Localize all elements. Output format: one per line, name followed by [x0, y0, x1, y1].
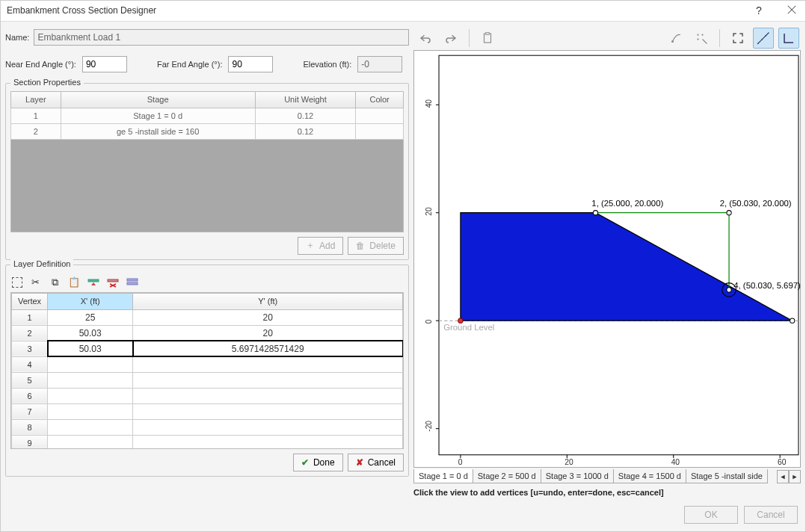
done-button[interactable]: ✔Done — [293, 454, 343, 471]
svg-text:60: 60 — [778, 458, 787, 466]
svg-point-20 — [593, 210, 597, 214]
ld-col-x[interactable]: X' (ft) — [48, 293, 133, 309]
tabs-scroll-left[interactable]: ◄ — [777, 470, 789, 483]
hint-text: Click the view to add vertices [u=undo, … — [413, 486, 801, 501]
name-field[interactable] — [34, 29, 409, 46]
name-label: Name: — [5, 33, 29, 42]
ruler-button[interactable] — [753, 28, 774, 49]
svg-point-12 — [701, 34, 703, 35]
ground-level-label: Ground Level — [443, 322, 494, 331]
svg-text:0: 0 — [458, 458, 463, 466]
svg-rect-9 — [486, 32, 490, 34]
main-row: Name: Near End Angle (°): Far End Angle … — [1, 22, 805, 506]
section-properties-group: Section Properties Layer Stage Unit Weig… — [5, 83, 409, 260]
window-title: Embankment Cross Section Designer — [7, 5, 751, 16]
svg-point-21 — [727, 210, 731, 214]
stage-tab[interactable]: Stage 5 -install side — [686, 469, 768, 483]
layer-definition-scroll[interactable]: Vertex X' (ft) Y' (ft) 12520250.0320350.… — [10, 292, 404, 449]
cancel-button[interactable]: ✘Cancel — [348, 454, 404, 471]
vertex-4-label: 4, (50.030, 5.697) — [733, 281, 800, 290]
close-button[interactable] — [784, 4, 799, 17]
angle-row: Near End Angle (°): Far End Angle (°): E… — [5, 56, 409, 72]
snap-vertex-button[interactable] — [665, 28, 686, 49]
delete-row-icon[interactable] — [106, 276, 120, 289]
stage-tab[interactable]: Stage 1 = 0 d — [413, 469, 473, 483]
table-row[interactable]: 9 — [12, 435, 403, 449]
body: Name: Near End Angle (°): Far End Angle … — [1, 22, 805, 531]
x-icon: ✘ — [356, 457, 363, 468]
svg-text:0: 0 — [425, 319, 433, 324]
plot-svg: Ground Level 1, (25.000, 20.000) — [414, 51, 800, 467]
select-icon[interactable] — [12, 277, 22, 288]
stage-tab[interactable]: Stage 4 = 1500 d — [613, 469, 686, 483]
append-row-icon[interactable] — [126, 276, 139, 289]
titlebar: Embankment Cross Section Designer ? — [1, 1, 805, 22]
name-row: Name: — [5, 26, 409, 49]
snap-grid-button[interactable] — [691, 28, 712, 49]
redo-button[interactable] — [440, 28, 461, 49]
table-row[interactable]: 8 — [12, 419, 403, 435]
origin-button[interactable] — [778, 28, 799, 49]
table-row[interactable]: 2ge 5 -install side = 1600.12 — [11, 123, 404, 139]
table-row[interactable]: 6 — [12, 388, 403, 403]
stage-tab[interactable]: Stage 3 = 1000 d — [541, 469, 614, 483]
sp-col-stage[interactable]: Stage — [61, 91, 255, 108]
svg-rect-7 — [127, 282, 138, 285]
help-button[interactable]: ? — [751, 4, 766, 16]
far-angle-field[interactable] — [228, 56, 273, 72]
table-row[interactable]: 250.0320 — [12, 325, 403, 341]
cut-icon[interactable]: ✂ — [28, 276, 42, 289]
plot-toolbar — [413, 26, 801, 50]
svg-point-24 — [458, 318, 463, 323]
vertex-2-label: 2, (50.030, 20.000) — [720, 199, 792, 208]
titlebar-buttons: ? — [751, 4, 799, 17]
stage-tabs: Stage 1 = 0 dStage 2 = 500 dStage 3 = 10… — [413, 468, 801, 486]
ld-col-vertex[interactable]: Vertex — [12, 293, 48, 309]
table-row[interactable]: 12520 — [12, 309, 403, 325]
clipboard-button[interactable] — [477, 28, 498, 49]
layer-definition-title: Layer Definition — [10, 259, 73, 268]
section-properties-empty — [10, 140, 404, 232]
undo-button[interactable] — [415, 28, 436, 49]
svg-rect-6 — [127, 279, 138, 281]
window: Embankment Cross Section Designer ? Name… — [0, 0, 806, 532]
section-properties-table: Layer Stage Unit Weight Color 1Stage 1 =… — [10, 91, 404, 140]
svg-text:20: 20 — [564, 458, 573, 466]
table-row[interactable]: 5 — [12, 372, 403, 388]
zoom-extents-button[interactable] — [727, 28, 748, 49]
ld-col-y[interactable]: Y' (ft) — [133, 293, 403, 309]
svg-point-15 — [761, 39, 763, 40]
layer-definition-table: Vertex X' (ft) Y' (ft) 12520250.0320350.… — [11, 293, 403, 449]
svg-rect-2 — [88, 279, 99, 282]
paste-icon[interactable]: 📋 — [67, 276, 81, 289]
layer-definition-group: Layer Definition ✂ ⧉ 📋 Vertex — [5, 265, 409, 477]
dialog-cancel-button[interactable]: Cancel — [744, 506, 798, 524]
plot-area[interactable]: Ground Level 1, (25.000, 20.000) — [413, 50, 801, 468]
sp-col-unit-weight[interactable]: Unit Weight — [255, 91, 356, 108]
ok-button[interactable]: OK — [684, 506, 738, 524]
svg-point-13 — [697, 38, 698, 40]
dialog-buttons: OK Cancel — [1, 506, 805, 531]
vertex-1-label: 1, (25.000, 20.000) — [591, 199, 663, 208]
stage-tab[interactable]: Stage 2 = 500 d — [473, 469, 541, 483]
elevation-field[interactable] — [357, 56, 402, 72]
elevation-label: Elevation (ft): — [303, 60, 351, 69]
insert-row-icon[interactable] — [87, 276, 100, 289]
table-row[interactable]: 1Stage 1 = 0 d0.12 — [11, 108, 404, 123]
copy-icon[interactable]: ⧉ — [48, 276, 61, 289]
tabs-scroll-right[interactable]: ► — [789, 470, 801, 483]
sp-col-color[interactable]: Color — [356, 91, 404, 108]
near-angle-field[interactable] — [82, 56, 127, 72]
sp-col-layer[interactable]: Layer — [11, 91, 61, 108]
delete-layer-button[interactable]: 🗑Delete — [348, 237, 404, 255]
layer-definition-toolbar: ✂ ⧉ 📋 — [10, 273, 404, 292]
add-layer-button[interactable]: ＋Add — [298, 237, 343, 255]
section-properties-title: Section Properties — [10, 78, 84, 87]
table-row[interactable]: 4 — [12, 356, 403, 372]
svg-point-23 — [727, 288, 731, 292]
svg-text:40: 40 — [671, 458, 680, 466]
right-pane: Ground Level 1, (25.000, 20.000) — [413, 26, 801, 501]
table-row[interactable]: 350.035.6971428571429 — [12, 341, 403, 356]
table-row[interactable]: 7 — [12, 403, 403, 419]
near-angle-label: Near End Angle (°): — [5, 60, 76, 69]
